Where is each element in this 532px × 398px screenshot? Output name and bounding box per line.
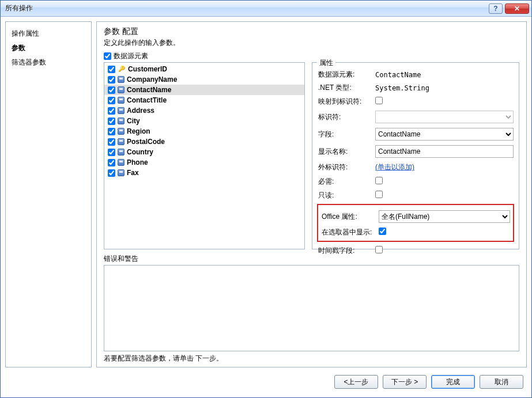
list-item[interactable]: PostalCode (104, 137, 304, 147)
column-icon (118, 107, 124, 114)
prop-foreign: 外标识符: (单击以添加) (317, 162, 514, 173)
prop-field: 字段: ContactName (317, 127, 514, 141)
prop-required-checkbox[interactable] (375, 177, 383, 184)
properties-grid: 数据源元素: ContactName .NET 类型: System.Strin… (317, 66, 514, 259)
prop-dotnet: .NET 类型: System.String (317, 83, 514, 93)
prop-office-select[interactable]: 全名(FullName) (379, 210, 510, 223)
list-item-checkbox[interactable] (108, 97, 115, 104)
list-item[interactable]: ContactTitle (104, 95, 304, 105)
cancel-button[interactable]: 取消 (480, 375, 523, 389)
page-subtitle: 定义此操作的输入参数。 (104, 38, 519, 48)
elements-list[interactable]: CustomerIDCompanyNameContactNameContactT… (104, 62, 305, 249)
column-icon (118, 159, 124, 166)
column-icon (118, 138, 124, 145)
list-item[interactable]: CompanyName (104, 74, 304, 85)
list-item-label: ContactTitle (127, 96, 167, 104)
prop-timestamp: 时间戳字段: (317, 245, 514, 256)
close-button[interactable]: ✕ (505, 3, 529, 14)
column-icon (118, 169, 124, 176)
finish-button[interactable]: 完成 (431, 375, 475, 389)
list-item-checkbox[interactable] (108, 149, 115, 156)
dialog-window: 所有操作 ? ✕ 操作属性参数筛选器参数 参数 配置 定义此操作的输入参数。 数… (0, 0, 532, 398)
prop-dotnet-value: System.String (375, 84, 429, 92)
list-item-label: City (127, 117, 140, 125)
nav-panel: 操作属性参数筛选器参数 (5, 21, 92, 367)
prop-field-select[interactable]: ContactName (375, 128, 514, 141)
key-icon (118, 65, 126, 73)
help-button[interactable]: ? (489, 3, 503, 14)
column-icon (118, 149, 124, 156)
prop-readonly: 只读: (317, 190, 514, 200)
list-item[interactable]: Country (104, 147, 304, 157)
list-item[interactable]: CustomerID (104, 64, 304, 74)
list-item-checkbox[interactable] (108, 66, 115, 73)
list-item-checkbox[interactable] (108, 159, 115, 166)
nav-item[interactable]: 参数 (12, 41, 85, 55)
errors-warnings: 错误和警告 (104, 254, 519, 351)
list-item-label: CompanyName (127, 75, 177, 84)
prop-display-input[interactable] (375, 145, 514, 158)
window-title: 所有操作 (5, 3, 486, 13)
prop-required: 必需: (317, 176, 514, 187)
titlebar: 所有操作 ? ✕ (1, 1, 531, 17)
prop-map-ident-checkbox[interactable] (375, 97, 383, 104)
columns: CustomerIDCompanyNameContactNameContactT… (104, 62, 519, 249)
list-item[interactable]: ContactName (104, 85, 304, 95)
prop-display: 显示名称: (317, 145, 514, 158)
list-item[interactable]: Region (104, 126, 304, 137)
footer-hint: 若要配置筛选器参数，请单击 下一步。 (104, 354, 519, 363)
column-icon (118, 117, 124, 124)
column-icon (118, 97, 124, 104)
list-item-label: Region (127, 127, 150, 135)
nav-item[interactable]: 筛选器参数 (12, 55, 85, 70)
prop-office: Office 属性: 全名(FullName) (320, 210, 511, 223)
list-item-checkbox[interactable] (108, 86, 115, 94)
page-title: 参数 配置 (104, 26, 519, 37)
list-item-label: ContactName (127, 86, 171, 94)
list-item[interactable]: City (104, 116, 304, 126)
list-item-checkbox[interactable] (108, 117, 115, 125)
column-icon (118, 76, 124, 83)
prop-ds-elem: 数据源元素: ContactName (317, 70, 514, 79)
properties-group: 属性 数据源元素: ContactName .NET 类型: System.St… (312, 62, 519, 249)
nav-item[interactable]: 操作属性 (12, 26, 85, 41)
list-item-label: Address (127, 107, 154, 115)
properties-legend: 属性 (317, 58, 335, 68)
list-item-checkbox[interactable] (108, 76, 115, 84)
prop-show-picker: 在选取器中显示: (320, 227, 511, 237)
highlight-box: Office 属性: 全名(FullName) 在选取器中显示: (317, 204, 514, 242)
list-item-checkbox[interactable] (108, 128, 115, 135)
list-item-label: PostalCode (127, 138, 165, 146)
list-item[interactable]: Phone (104, 157, 304, 168)
main-panel: 参数 配置 定义此操作的输入参数。 数据源元素 CustomerIDCompan… (96, 21, 527, 367)
column-icon (118, 128, 124, 135)
list-item-label: Phone (127, 158, 148, 166)
column-icon (118, 86, 124, 93)
list-item-label: Country (127, 148, 153, 156)
prop-map-ident: 映射到标识符: (317, 96, 514, 107)
prop-ident-select[interactable] (375, 111, 514, 123)
back-button[interactable]: <上一步 (334, 375, 378, 389)
list-item-label: Fax (127, 169, 139, 177)
list-item-checkbox[interactable] (108, 107, 115, 115)
prop-foreign-link[interactable]: (单击以添加) (375, 163, 414, 171)
errors-warnings-box[interactable] (104, 265, 519, 351)
list-item-label: CustomerID (128, 65, 167, 73)
datasource-label: 数据源元素 (114, 51, 148, 61)
highlight-section: Office 属性: 全名(FullName) 在选取器中显示: (317, 204, 514, 242)
prop-readonly-checkbox[interactable] (375, 191, 383, 198)
datasource-checkbox[interactable] (104, 52, 111, 60)
list-item[interactable]: Fax (104, 168, 304, 178)
next-button[interactable]: 下一步 > (383, 375, 427, 389)
datasource-row: 数据源元素 (104, 51, 519, 61)
dialog-body: 操作属性参数筛选器参数 参数 配置 定义此操作的输入参数。 数据源元素 Cust… (1, 17, 531, 372)
list-item-checkbox[interactable] (108, 138, 115, 146)
prop-show-picker-checkbox[interactable] (379, 228, 386, 235)
prop-timestamp-checkbox[interactable] (375, 246, 383, 253)
list-item[interactable]: Address (104, 105, 304, 116)
prop-ident: 标识符: (317, 110, 514, 124)
dialog-footer: <上一步 下一步 > 完成 取消 (1, 372, 531, 397)
list-item-checkbox[interactable] (108, 169, 115, 177)
prop-ds-elem-value: ContactName (375, 71, 421, 79)
